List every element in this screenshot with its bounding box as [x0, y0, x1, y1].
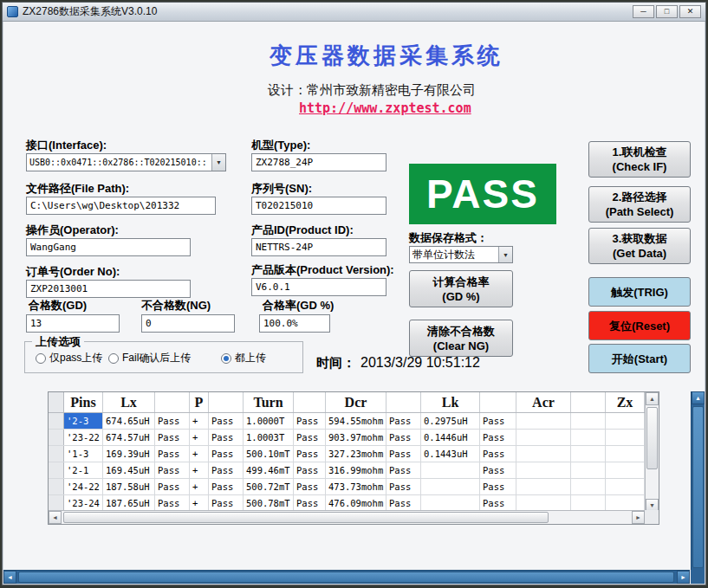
close-button[interactable]: ✕ [679, 5, 701, 18]
table-cell[interactable]: Pass [386, 446, 421, 462]
table-cell[interactable]: 1.0000T [244, 413, 294, 429]
table-cell[interactable]: 476.09mohm [326, 495, 386, 511]
table-cell[interactable]: 499.46mT [244, 462, 294, 478]
sn-input[interactable] [251, 197, 386, 215]
table-cell[interactable]: + [190, 479, 209, 494]
row-header[interactable] [49, 479, 64, 494]
grid-header-col6[interactable] [294, 392, 326, 412]
table-cell[interactable] [516, 495, 571, 511]
table-cell[interactable]: Pass [386, 430, 421, 445]
grid-header-col10[interactable] [480, 392, 516, 412]
table-cell[interactable] [606, 446, 645, 462]
table-cell[interactable]: 903.97mohm [326, 430, 386, 445]
table-cell[interactable]: + [190, 430, 209, 445]
table-cell[interactable] [571, 479, 606, 494]
get-data-button[interactable]: 3.获取数据 (Get Data) [588, 228, 691, 264]
chevron-down-icon[interactable]: ▼ [498, 247, 512, 262]
scroll-up-button[interactable]: ▲ [692, 391, 705, 404]
scroll-left-button[interactable]: ◄ [3, 571, 16, 584]
table-cell[interactable]: 0.1443uH [421, 446, 480, 462]
table-cell[interactable]: Pass [480, 495, 516, 511]
grid-header-Acr[interactable]: Acr [516, 392, 571, 412]
window-vertical-scrollbar[interactable]: ▲ [691, 391, 705, 570]
reset-button[interactable]: 复位(Reset) [588, 311, 691, 340]
table-cell[interactable]: Pass [209, 430, 244, 445]
table-cell[interactable]: Pass [386, 413, 421, 429]
table-cell[interactable] [571, 413, 606, 429]
table-cell[interactable]: Pass [155, 462, 190, 478]
table-cell[interactable]: '1-3 [64, 446, 103, 462]
table-cell[interactable]: Pass [155, 446, 190, 462]
scroll-left-button[interactable]: ◄ [49, 511, 62, 524]
scrollbar-thumb[interactable] [63, 512, 549, 523]
save-format-combobox[interactable]: 带单位计数法 ▼ [409, 246, 513, 263]
table-cell[interactable]: '2-3 [64, 413, 103, 429]
table-cell[interactable]: Pass [480, 413, 516, 429]
grid-header-col4[interactable] [209, 392, 244, 412]
grid-header-col12[interactable] [571, 392, 606, 412]
grid-vertical-scrollbar[interactable]: ▲ ▼ [645, 392, 659, 512]
row-header[interactable] [49, 462, 64, 478]
table-cell[interactable]: 500.10mT [244, 446, 294, 462]
scroll-up-button[interactable]: ▲ [646, 392, 659, 405]
table-cell[interactable] [606, 479, 645, 494]
table-cell[interactable]: Pass [480, 462, 516, 478]
grid-header-col8[interactable] [386, 392, 421, 412]
scrollbar-thumb[interactable] [692, 406, 704, 568]
operator-input[interactable] [26, 238, 191, 256]
table-cell[interactable]: Pass [209, 495, 244, 511]
table-cell[interactable]: 674.57uH [103, 430, 155, 445]
start-button[interactable]: 开始(Start) [588, 344, 691, 373]
table-cell[interactable]: 594.55mohm [326, 413, 386, 429]
row-header[interactable] [49, 495, 64, 511]
check-if-button[interactable]: 1.联机检查 (Check IF) [588, 141, 691, 178]
table-cell[interactable]: 327.23mohm [326, 446, 386, 462]
website-link[interactable]: http://www.zxptest.com [299, 100, 471, 116]
table-cell[interactable]: Pass [480, 479, 516, 494]
table-cell[interactable]: Pass [155, 430, 190, 445]
table-cell[interactable] [421, 495, 480, 511]
table-cell[interactable] [571, 446, 606, 462]
table-cell[interactable]: Pass [386, 495, 421, 511]
table-cell[interactable]: 500.72mT [244, 479, 294, 494]
table-cell[interactable]: 316.99mohm [326, 462, 386, 478]
table-cell[interactable]: Pass [294, 495, 326, 511]
ng-count-input[interactable] [141, 314, 235, 333]
table-cell[interactable]: 169.39uH [103, 446, 155, 462]
table-cell[interactable]: 674.65uH [103, 413, 155, 429]
scrollbar-thumb[interactable] [646, 407, 658, 469]
table-cell[interactable] [571, 462, 606, 478]
table-cell[interactable]: Pass [294, 479, 326, 494]
table-cell[interactable]: '23-24 [64, 495, 103, 511]
table-cell[interactable]: Pass [480, 446, 516, 462]
row-header[interactable] [49, 446, 64, 462]
table-cell[interactable]: '23-22 [64, 430, 103, 445]
grid-header-Dcr[interactable]: Dcr [326, 392, 386, 412]
file-path-input[interactable] [26, 197, 216, 215]
table-cell[interactable] [421, 462, 480, 478]
table-cell[interactable]: Pass [155, 413, 190, 429]
scrollbar-thumb[interactable] [18, 572, 674, 583]
table-cell[interactable] [571, 495, 606, 511]
type-input[interactable] [251, 153, 386, 171]
grid-header-col2[interactable] [155, 392, 190, 412]
minimize-button[interactable]: ─ [633, 5, 654, 18]
grid-horizontal-scrollbar[interactable]: ◄ ► [49, 510, 645, 524]
table-cell[interactable]: 500.78mT [244, 495, 294, 511]
table-cell[interactable]: Pass [209, 413, 244, 429]
table-cell[interactable]: + [190, 446, 209, 462]
table-cell[interactable]: Pass [294, 462, 326, 478]
gd-rate-input[interactable] [259, 314, 330, 333]
scroll-right-button[interactable]: ► [677, 571, 690, 584]
table-cell[interactable]: Pass [480, 430, 516, 445]
table-cell[interactable]: 187.58uH [103, 479, 155, 494]
table-cell[interactable] [606, 495, 645, 511]
table-cell[interactable]: Pass [209, 446, 244, 462]
table-cell[interactable] [516, 430, 571, 445]
maximize-button[interactable]: □ [656, 5, 678, 18]
grid-corner[interactable] [49, 392, 64, 412]
order-no-input[interactable] [26, 280, 191, 298]
table-cell[interactable]: 0.1446uH [421, 430, 480, 445]
radio-option-fail-confirm[interactable]: Fail确认后上传 [108, 351, 191, 365]
table-cell[interactable] [571, 430, 606, 445]
